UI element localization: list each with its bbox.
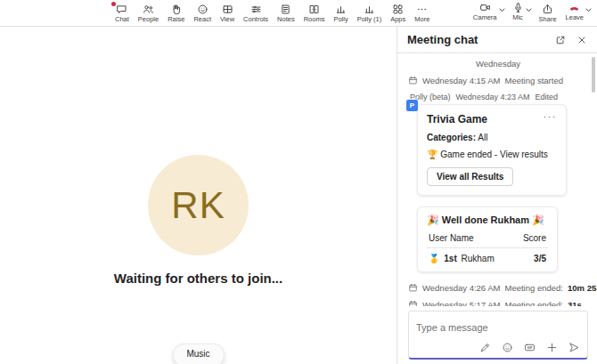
categories-line: Categories: All <box>427 133 557 142</box>
chat-icon <box>116 4 127 15</box>
chat-message-list[interactable]: Wednesday Wednesday 4:15 AM Meeting star… <box>397 53 597 306</box>
meeting-duration: 10m 25s <box>568 283 597 293</box>
chat-header: Meeting chat <box>397 27 597 53</box>
score-value: 3/5 <box>534 254 546 263</box>
toolbar-item-react[interactable]: React <box>189 0 216 26</box>
toolbar-label: Polly (1) <box>357 16 382 23</box>
toolbar-label: Chat <box>115 16 129 23</box>
chat-panel-title: Meeting chat <box>407 33 555 46</box>
toolbar-item-view[interactable]: View <box>216 0 239 26</box>
compose-toolbar: GIF <box>416 342 580 353</box>
meeting-ended-event: Wednesday 5:17 AM Meeting ended: 31s <box>408 300 588 306</box>
message-input[interactable] <box>416 322 580 333</box>
event-time: Wednesday 4:26 AM <box>422 283 501 293</box>
toolbar-label: Polly <box>333 16 348 23</box>
waiting-message: Waiting for others to join... <box>114 271 282 286</box>
toolbar-item-notes[interactable]: Notes <box>273 0 299 26</box>
card-title: Trivia Game <box>427 113 487 125</box>
user-name: Rukham <box>462 254 495 263</box>
view-icon <box>222 4 233 15</box>
mic-icon <box>512 2 524 13</box>
format-icon[interactable] <box>479 342 491 353</box>
chat-scrollbar[interactable] <box>592 57 595 93</box>
results-table-header: User Name Score <box>427 233 548 248</box>
emoji-icon[interactable] <box>502 342 513 353</box>
music-button[interactable]: Music <box>172 344 224 364</box>
toolbar-item-chat[interactable]: Chat <box>110 0 134 26</box>
toolbar-label: View <box>220 16 234 23</box>
share-icon <box>542 4 553 15</box>
compose-box[interactable]: GIF <box>408 311 588 360</box>
toolbar-label: More <box>414 16 429 23</box>
toolbar-item-polly-1[interactable]: Polly (1) <box>353 0 387 26</box>
send-icon[interactable] <box>568 342 580 353</box>
attach-plus-icon[interactable] <box>546 342 558 353</box>
rooms-icon <box>308 4 320 15</box>
col-score: Score <box>523 233 546 243</box>
gif-icon[interactable]: GIF <box>524 342 536 353</box>
meeting-chat-panel: Meeting chat Wednesday Wednesday 4:15 AM… <box>397 27 597 364</box>
apps-icon <box>392 4 404 15</box>
leave-call-icon <box>568 2 580 13</box>
share-button[interactable]: Share <box>535 0 561 26</box>
event-text: Meeting started <box>505 76 563 85</box>
toolbar-label: Raise <box>168 16 184 23</box>
poll-icon <box>335 4 347 15</box>
mic-button[interactable]: Mic <box>508 0 528 22</box>
view-all-results-button[interactable]: View all Results <box>427 167 513 186</box>
meeting-event-icon <box>408 283 418 293</box>
card-more-icon[interactable]: ··· <box>544 113 558 120</box>
polly-avatar: P <box>405 99 419 112</box>
toolbar-item-people[interactable]: People <box>134 0 163 26</box>
toolbar-item-controls[interactable]: Controls <box>239 0 273 26</box>
event-time: Wednesday 5:17 AM <box>422 300 501 306</box>
toolbar-label: Notes <box>277 16 295 23</box>
chat-notification-dot <box>111 2 116 6</box>
camera-button[interactable]: Camera <box>469 0 502 22</box>
teams-meeting-window: Chat People Raise React View Controls No… <box>0 0 597 364</box>
camera-icon <box>479 2 491 13</box>
meeting-toolbar: Chat People Raise React View Controls No… <box>0 0 597 27</box>
results-title: 🎉 Well done Rukham 🎉 <box>427 214 548 226</box>
react-icon <box>197 4 209 15</box>
event-text: Meeting ended: <box>505 283 564 293</box>
compose-area: GIF <box>397 306 597 364</box>
controls-icon <box>250 4 262 15</box>
meeting-stage: RK Waiting for others to join... Music <box>0 27 397 364</box>
avatar: RK <box>148 155 249 255</box>
meeting-event-icon <box>408 76 418 85</box>
toolbar-item-more[interactable]: More <box>410 0 434 26</box>
people-icon <box>143 4 154 15</box>
results-table-row: 🥇 1st Rukham 3/5 <box>427 254 548 263</box>
toolbar-label: Rooms <box>304 16 325 23</box>
toolbar-label: People <box>138 16 159 23</box>
toolbar-label: Share <box>539 16 557 23</box>
message-meta: Polly (beta) Wednesday 4:23 AM Edited <box>410 93 588 101</box>
results-card: 🎉 Well done Rukham 🎉 User Name Score 🥇 1… <box>417 206 558 272</box>
toolbar-item-apps[interactable]: Apps <box>386 0 410 26</box>
poll-icon <box>364 4 375 15</box>
toolbar-item-rooms[interactable]: Rooms <box>299 0 330 26</box>
party-icon: 🎉 <box>427 214 439 225</box>
event-time: Wednesday 4:15 AM <box>422 76 501 85</box>
toolbar-item-raise[interactable]: Raise <box>163 0 189 26</box>
rank: 1st <box>444 254 456 263</box>
close-icon[interactable] <box>577 35 587 45</box>
toolbar-item-polly[interactable]: Polly <box>329 0 352 26</box>
popout-icon[interactable] <box>555 35 566 45</box>
date-separator: Wednesday <box>408 59 588 69</box>
meeting-event-icon <box>408 300 418 306</box>
game-status-line: 🏆 Game ended - View results <box>427 150 557 159</box>
polly-message: P Trivia Game ··· Categories: All 🏆 Ga <box>408 104 588 272</box>
raise-hand-icon <box>170 4 182 15</box>
meeting-started-event: Wednesday 4:15 AM Meeting started <box>408 76 588 85</box>
meeting-duration: 31s <box>568 300 582 306</box>
party-icon: 🎉 <box>532 214 544 225</box>
toolbar-label: Controls <box>243 16 268 23</box>
svg-text:GIF: GIF <box>527 346 533 350</box>
trivia-game-card: Trivia Game ··· Categories: All 🏆 Game e… <box>417 104 567 196</box>
leave-button[interactable]: Leave <box>561 0 588 22</box>
toolbar-label: React <box>193 16 211 23</box>
notes-icon <box>280 4 291 15</box>
message-time: Wednesday 4:23 AM <box>456 93 530 101</box>
